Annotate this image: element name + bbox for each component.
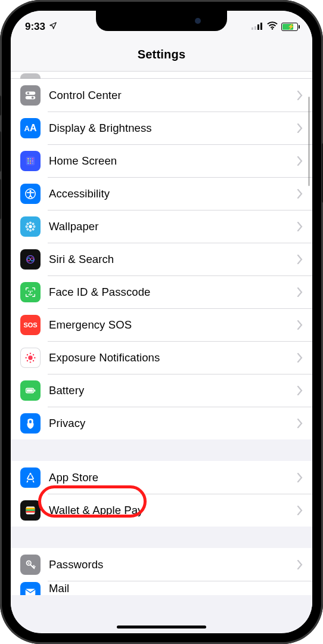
- svg-point-35: [30, 352, 31, 354]
- list-item-label: Siri & Search: [49, 253, 297, 266]
- svg-point-37: [25, 357, 26, 358]
- exposure-icon: [20, 348, 41, 368]
- list-item-label: Wallpaper: [49, 220, 297, 233]
- svg-point-25: [33, 225, 35, 227]
- passwords-icon: [20, 555, 41, 575]
- display-icon: AA: [20, 118, 41, 138]
- list-item-accessibility[interactable]: Accessibility: [11, 177, 312, 210]
- list-item-home-screen[interactable]: Home Screen: [11, 144, 312, 177]
- list-item-partial: [11, 72, 312, 79]
- list-item-wallpaper[interactable]: Wallpaper: [11, 210, 312, 243]
- list-item-wallet[interactable]: Wallet & Apple Pay: [11, 494, 312, 527]
- page-title: Settings: [11, 48, 312, 61]
- chevron-right-icon: [297, 320, 303, 330]
- svg-point-11: [30, 158, 31, 159]
- chevron-right-icon: [297, 91, 303, 100]
- svg-point-4: [272, 28, 274, 30]
- svg-point-27: [32, 223, 34, 225]
- notch: [96, 11, 227, 31]
- chevron-right-icon: [297, 473, 303, 482]
- svg-point-26: [27, 223, 29, 225]
- list-item-mail[interactable]: Mail: [11, 581, 312, 595]
- svg-point-7: [27, 92, 30, 94]
- list-item-label: Display & Brightness: [49, 122, 297, 135]
- list-item-label: Passwords: [49, 558, 297, 571]
- wifi-icon: [267, 21, 278, 32]
- list-item-siri[interactable]: Siri & Search: [11, 243, 312, 275]
- chevron-right-icon: [297, 419, 303, 428]
- list-item-battery[interactable]: Battery: [11, 374, 312, 407]
- svg-point-24: [26, 225, 27, 227]
- svg-point-32: [28, 290, 29, 292]
- svg-point-38: [34, 357, 35, 358]
- list-item-exposure[interactable]: Exposure Notifications: [11, 341, 312, 374]
- svg-point-33: [32, 290, 33, 292]
- privacy-icon: [20, 413, 41, 434]
- list-item-label: Accessibility: [49, 187, 297, 200]
- svg-point-36: [30, 361, 31, 363]
- chevron-right-icon: [297, 222, 303, 231]
- wallet-icon: [20, 500, 41, 521]
- svg-point-52: [28, 562, 30, 564]
- svg-point-12: [32, 158, 33, 159]
- list-item-display[interactable]: AA Display & Brightness: [11, 112, 312, 144]
- mail-icon: [20, 582, 41, 595]
- battery-settings-icon: [20, 380, 41, 401]
- svg-point-39: [27, 354, 28, 355]
- list-item-label: App Store: [49, 471, 297, 484]
- svg-point-41: [27, 360, 28, 361]
- home-indicator[interactable]: [117, 626, 206, 628]
- svg-point-10: [27, 158, 29, 159]
- scroll-indicator[interactable]: [308, 97, 310, 186]
- svg-rect-44: [34, 389, 35, 392]
- wallpaper-icon: [20, 216, 41, 237]
- svg-rect-48: [26, 507, 35, 509]
- list-item-passwords[interactable]: Passwords: [11, 548, 312, 581]
- nav-header: Settings: [11, 39, 312, 72]
- chevron-right-icon: [297, 156, 303, 166]
- list-item-label: Battery: [49, 384, 297, 397]
- svg-rect-3: [260, 23, 262, 30]
- status-time: 9:33: [25, 21, 45, 33]
- list-item-label: Privacy: [49, 417, 297, 430]
- svg-rect-6: [26, 95, 36, 99]
- volume-down-button: [0, 179, 1, 219]
- svg-point-14: [30, 160, 31, 161]
- appstore-icon: [20, 467, 41, 488]
- svg-point-29: [32, 228, 34, 230]
- list-item-control-center[interactable]: Control Center: [11, 79, 312, 112]
- control-center-icon: [20, 85, 41, 106]
- chevron-right-icon: [297, 255, 303, 264]
- home-screen-icon: [20, 151, 41, 171]
- chevron-right-icon: [297, 353, 303, 363]
- sos-icon: SOS: [20, 315, 41, 335]
- list-item-label: Mail: [49, 582, 303, 595]
- list-item-label: Emergency SOS: [49, 318, 297, 332]
- svg-point-22: [30, 222, 32, 224]
- cellular-icon: [251, 21, 263, 32]
- svg-rect-53: [26, 589, 36, 596]
- siri-icon: [20, 249, 41, 270]
- svg-point-42: [33, 360, 34, 361]
- battery-icon: ⚡: [281, 23, 298, 31]
- svg-point-23: [30, 230, 32, 231]
- chevron-right-icon: [297, 560, 303, 569]
- list-item-privacy[interactable]: Privacy: [11, 407, 312, 439]
- list-item-sos[interactable]: SOS Emergency SOS: [11, 308, 312, 341]
- svg-rect-45: [27, 389, 33, 392]
- settings-group: App Store Wallet & Apple Pay: [11, 461, 312, 527]
- chevron-right-icon: [297, 189, 303, 199]
- settings-list[interactable]: Control Center AA Display & Brightness: [11, 72, 312, 633]
- list-item-label: Home Screen: [49, 154, 297, 168]
- svg-point-40: [33, 354, 34, 355]
- screen: 9:33: [11, 11, 312, 633]
- svg-point-34: [28, 355, 32, 360]
- accessibility-icon: [20, 184, 41, 204]
- list-item-faceid[interactable]: Face ID & Passcode: [11, 275, 312, 308]
- faceid-icon: [20, 282, 41, 302]
- svg-point-8: [32, 96, 34, 98]
- volume-up-button: [0, 131, 1, 172]
- settings-group: Control Center AA Display & Brightness: [11, 72, 312, 439]
- svg-point-16: [27, 162, 29, 163]
- list-item-appstore[interactable]: App Store: [11, 461, 312, 494]
